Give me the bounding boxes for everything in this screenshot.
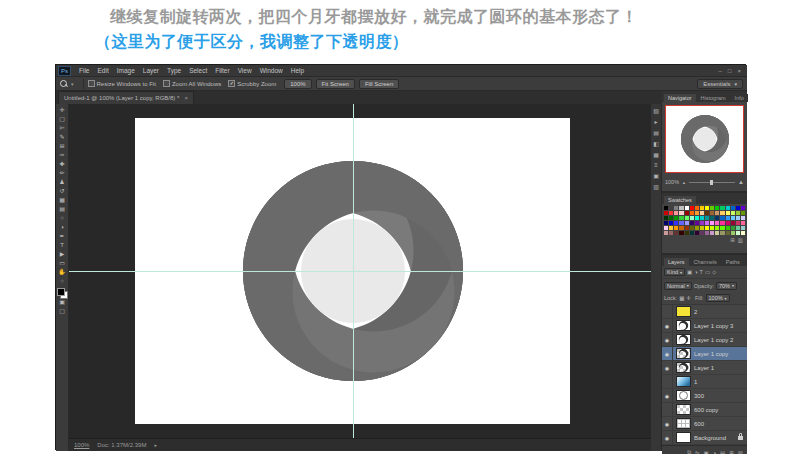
- swatch[interactable]: [685, 211, 689, 215]
- swatch[interactable]: [674, 216, 678, 220]
- tab-navigator[interactable]: Navigator: [664, 94, 696, 102]
- tool-icon-12[interactable]: ○: [60, 214, 64, 223]
- swatch[interactable]: [731, 211, 735, 215]
- swatch[interactable]: [731, 206, 735, 210]
- menu-window[interactable]: Window: [256, 67, 287, 74]
- layer-thumbnail[interactable]: [676, 418, 691, 429]
- tool-icon-19[interactable]: ○: [60, 277, 64, 286]
- menu-type[interactable]: Type: [163, 67, 185, 74]
- checkbox-scrubby-zoom[interactable]: ✓Scrubby Zoom: [228, 80, 276, 87]
- tool-icon-18[interactable]: ✋: [58, 268, 66, 277]
- swatch[interactable]: [700, 221, 704, 225]
- layer-thumbnail[interactable]: [676, 348, 691, 359]
- swatch[interactable]: [679, 211, 683, 215]
- lock-icon-1[interactable]: ✛: [686, 295, 691, 301]
- link-layers-icon[interactable]: ⧉: [687, 449, 691, 454]
- collapsed-panel-icon-5[interactable]: ≡: [654, 162, 658, 168]
- checkbox-box-icon[interactable]: ✓: [228, 80, 235, 87]
- tab-info[interactable]: Info: [731, 94, 748, 102]
- restore-icon[interactable]: □: [728, 68, 732, 74]
- swatch[interactable]: [736, 226, 740, 230]
- swatch[interactable]: [685, 206, 689, 210]
- swatch[interactable]: [715, 226, 719, 230]
- tool-icon-7[interactable]: ✏: [59, 169, 64, 178]
- swatch[interactable]: [700, 211, 704, 215]
- swatch[interactable]: [700, 231, 704, 235]
- swatch[interactable]: [731, 231, 735, 235]
- swatch[interactable]: [726, 221, 730, 225]
- layer-thumbnail[interactable]: [676, 432, 691, 443]
- swatch[interactable]: [674, 211, 678, 215]
- layer-style-icon[interactable]: fx: [695, 450, 699, 454]
- tool-icon-3[interactable]: ✎: [59, 133, 64, 142]
- swatch[interactable]: [736, 206, 740, 210]
- layer-row[interactable]: 2: [662, 305, 747, 319]
- tool-icon-10[interactable]: ▦: [59, 196, 65, 205]
- layer-row[interactable]: ◉Layer 1 copy 3: [662, 319, 747, 333]
- layer-row[interactable]: ◉300: [662, 389, 747, 403]
- screen-mode-icon[interactable]: ▢: [59, 307, 65, 316]
- navigator-zoom-value[interactable]: 100%: [665, 179, 679, 185]
- lock-icon-0[interactable]: ▦: [679, 295, 684, 301]
- checkbox-resize-windows-to-fit[interactable]: Resize Windows to Fit: [88, 80, 156, 87]
- tool-icon-8[interactable]: ♟: [59, 178, 64, 187]
- horizontal-guide[interactable]: [69, 271, 651, 272]
- tool-icon-13[interactable]: ◑: [60, 223, 64, 232]
- swatch[interactable]: [674, 206, 678, 210]
- button-fit-screen[interactable]: Fit Screen: [316, 79, 355, 89]
- document-area[interactable]: [69, 104, 651, 438]
- swatch[interactable]: [690, 216, 694, 220]
- collapsed-panel-icon-6[interactable]: ▣: [653, 172, 659, 179]
- swatch[interactable]: [720, 211, 724, 215]
- swatch[interactable]: [726, 206, 730, 210]
- collapsed-panel-icon-3[interactable]: ◧: [653, 140, 659, 147]
- layer-thumbnail[interactable]: [676, 376, 691, 387]
- layer-thumbnail[interactable]: [676, 390, 691, 401]
- checkbox-box-icon[interactable]: [88, 80, 95, 87]
- zoom-tool-icon[interactable]: [60, 80, 68, 88]
- filter-icon-1[interactable]: ◑: [694, 269, 697, 276]
- new-swatch-icon[interactable]: ⊞: [730, 237, 735, 243]
- tool-icon-6[interactable]: ✚: [59, 160, 64, 169]
- tool-icon-9[interactable]: ↺: [59, 187, 64, 196]
- swatch[interactable]: [720, 231, 724, 235]
- eye-icon[interactable]: ◉: [662, 347, 673, 360]
- menu-layer[interactable]: Layer: [139, 67, 163, 74]
- eye-icon[interactable]: ◉: [662, 389, 673, 402]
- swatch[interactable]: [736, 211, 740, 215]
- tab-close-icon[interactable]: ×: [184, 95, 188, 101]
- menu-image[interactable]: Image: [113, 67, 139, 74]
- swatch[interactable]: [736, 216, 740, 220]
- fill-value[interactable]: 100%▾: [706, 294, 730, 302]
- menu-filter[interactable]: Filter: [211, 67, 233, 74]
- layer-row[interactable]: 1: [662, 375, 747, 389]
- swatch[interactable]: [741, 226, 745, 230]
- eye-icon[interactable]: ◉: [662, 319, 673, 332]
- collapsed-panel-icon-0[interactable]: ▧: [653, 107, 659, 114]
- swatch[interactable]: [664, 206, 668, 210]
- swatch[interactable]: [669, 231, 673, 235]
- swatch[interactable]: [705, 211, 709, 215]
- swatch[interactable]: [705, 206, 709, 210]
- swatch[interactable]: [726, 231, 730, 235]
- button-fill-screen[interactable]: Fill Screen: [359, 79, 399, 89]
- layer-row[interactable]: ◉Background: [662, 431, 747, 445]
- collapsed-panel-icon-4[interactable]: ▦: [653, 151, 659, 158]
- layer-thumbnail[interactable]: [676, 404, 691, 415]
- adjustment-layer-icon[interactable]: ◑: [713, 450, 716, 454]
- layer-mask-icon[interactable]: ▣: [703, 450, 708, 454]
- zoom-level-field[interactable]: 100%: [74, 442, 89, 448]
- tool-preset-caret-icon[interactable]: ▾: [71, 81, 74, 87]
- opacity-value[interactable]: 70%▾: [716, 282, 737, 290]
- tab-paths[interactable]: Paths: [722, 258, 744, 266]
- workspace-switcher[interactable]: Essentials▾: [697, 79, 743, 89]
- swatch[interactable]: [669, 206, 673, 210]
- blend-mode-select[interactable]: Normal▾: [664, 282, 692, 290]
- menu-view[interactable]: View: [234, 67, 256, 74]
- layer-thumbnail[interactable]: [676, 334, 691, 345]
- tool-icon-5[interactable]: ✑: [59, 151, 64, 160]
- layer-row[interactable]: ◉Layer 1 copy 2: [662, 333, 747, 347]
- swatch[interactable]: [715, 216, 719, 220]
- swatch[interactable]: [695, 216, 699, 220]
- swatch[interactable]: [664, 221, 668, 225]
